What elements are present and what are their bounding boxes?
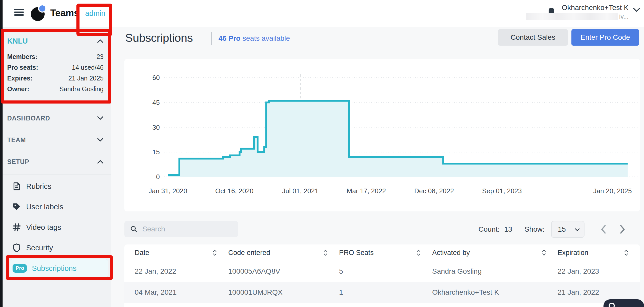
pro-badge: Pro — [13, 263, 27, 273]
hash-icon — [12, 222, 22, 232]
org-info-row: Members:23 — [7, 51, 104, 62]
page-size-value: 15 — [558, 225, 566, 233]
chevron-down-icon — [97, 116, 104, 120]
admin-mode-link[interactable]: admin — [85, 9, 105, 18]
sidebar: KNLU Members:23Pro seats:14 used/46Expir… — [3, 27, 111, 307]
column-header-expiration: Expiration — [558, 249, 640, 257]
table-cell: 5 — [339, 267, 432, 275]
count-value: 13 — [504, 225, 512, 233]
y-axis-tick-label: 30 — [137, 123, 160, 131]
org-row-label: Pro seats: — [7, 64, 38, 71]
sidebar-section-dashboard[interactable]: DASHBOARD — [7, 111, 104, 125]
teams-logo-icon — [30, 5, 47, 22]
y-axis-tick-label: 45 — [137, 98, 160, 106]
sidebar-item-video-tags[interactable]: Video tags — [3, 217, 111, 238]
column-header-pro-seats: PRO Seats — [339, 249, 432, 257]
x-axis-tick-label: Mar 17, 2022 — [346, 187, 386, 195]
sidebar-section-team[interactable]: TEAM — [7, 133, 104, 147]
chevron-up-icon — [97, 39, 104, 43]
sort-icon[interactable] — [212, 249, 217, 257]
y-axis-tick-label: 60 — [137, 74, 160, 82]
help-icon — [609, 303, 615, 307]
sidebar-item-label: User labels — [26, 203, 63, 211]
contact-sales-button[interactable]: Contact Sales — [498, 29, 568, 46]
y-axis-tick-label: 0 — [137, 173, 160, 181]
sidebar-item-label: Video tags — [26, 223, 61, 232]
user-email-truncated: iv... — [619, 13, 629, 20]
previous-page-button[interactable] — [600, 225, 608, 234]
x-axis-tick-label: Jan 20, 2025 — [593, 187, 632, 195]
redacted-user-email — [526, 13, 618, 20]
x-axis-tick-label: Dec 08, 2022 — [414, 187, 454, 195]
page-title: Subscriptions — [125, 31, 193, 45]
teams-admin-screen: Teams admin Okharchenko+Test K iv... KNL… — [0, 0, 644, 307]
seats-available-text: 46 Pro seats available — [219, 34, 290, 43]
sidebar-section-setup[interactable]: SETUP — [7, 155, 104, 168]
show-label: Show: — [524, 225, 544, 233]
table-cell: 1 — [339, 288, 432, 296]
title-divider — [211, 32, 212, 45]
sort-icon[interactable] — [416, 249, 421, 257]
chevron-up-icon — [97, 160, 104, 164]
x-axis-tick-label: Jul 01, 2021 — [282, 187, 319, 195]
seats-step-area-chart — [164, 69, 639, 185]
screen-edge-strip — [0, 0, 3, 307]
seats-available-rest: seats available — [241, 34, 290, 42]
org-info-rows: Members:23Pro seats:14 used/46Expires:21… — [7, 51, 104, 94]
next-page-button[interactable] — [619, 225, 627, 234]
org-header-toggle[interactable]: KNLU — [7, 35, 104, 47]
table-row: 22 Jan, 2022100005A6AQ8V5Sandra Gosling2… — [124, 261, 640, 282]
column-header-code-entered: Code entered — [228, 249, 339, 257]
sort-icon[interactable] — [542, 249, 546, 257]
y-axis-tick-label: 15 — [137, 148, 160, 156]
table-cell: 22 Jan, 2023 — [558, 267, 640, 275]
sidebar-item-label: Subscriptions — [32, 264, 76, 273]
org-info-row: Owner:Sandra Gosling — [7, 84, 104, 94]
section-label: SETUP — [7, 158, 29, 166]
hamburger-menu-icon[interactable] — [14, 9, 24, 17]
x-axis-tick-label: Oct 16, 2020 — [215, 187, 253, 195]
brand-name: Teams — [50, 8, 79, 18]
org-summary-card: KNLU Members:23Pro seats:14 used/46Expir… — [3, 27, 111, 104]
sidebar-item-rubrics[interactable]: Rubrics — [3, 176, 111, 197]
org-row-value: 23 — [96, 53, 104, 60]
table-cell: Sandra Gosling — [432, 267, 558, 275]
table-header-row: DateCode enteredPRO SeatsActivated byExp… — [124, 244, 640, 261]
sidebar-item-label: Security — [26, 244, 53, 252]
x-axis-tick-label: Jan 31, 2020 — [149, 187, 187, 195]
sidebar-item-label: Rubrics — [26, 182, 51, 191]
sidebar-item-security[interactable]: Security — [3, 238, 111, 258]
subscriptions-table: DateCode enteredPRO SeatsActivated byExp… — [124, 244, 640, 307]
user-menu-chevron-down-icon[interactable] — [633, 8, 640, 13]
search-icon — [130, 225, 138, 233]
column-header-label: Expiration — [558, 249, 588, 257]
sort-icon[interactable] — [624, 249, 629, 257]
owner-link[interactable]: Sandra Gosling — [60, 85, 104, 93]
help-chat-widget-button[interactable] — [603, 299, 644, 307]
chevron-down-icon — [97, 138, 104, 142]
sidebar-item-user-labels[interactable]: User labels — [3, 197, 111, 217]
chart-area-fill — [168, 101, 628, 177]
sidebar-item-subscriptions[interactable]: ProSubscriptions — [10, 259, 108, 278]
table-row: 04 Mar, 2021100001UMJRQX1Okharchenko+Tes… — [124, 282, 640, 303]
user-menu[interactable]: Okharchenko+Test K iv... — [521, 3, 629, 20]
main-content: Subscriptions 46 Pro seats available Con… — [111, 27, 644, 307]
chevron-down-icon — [575, 228, 580, 231]
table-cell: 21 Jan, 2022 — [558, 288, 640, 296]
search-input[interactable] — [142, 225, 227, 233]
org-row-value: 14 used/46 — [72, 64, 104, 71]
org-info-row: Pro seats:14 used/46 — [7, 62, 104, 73]
rubrics-icon — [12, 181, 22, 191]
org-row-value: 21 Jan 2025 — [68, 75, 104, 82]
enter-pro-code-button[interactable]: Enter Pro Code — [571, 29, 639, 46]
x-axis-tick-label: Sep 01, 2023 — [482, 187, 522, 195]
list-controls: Count: 13 Show: 15 — [479, 221, 627, 238]
column-header-label: PRO Seats — [339, 249, 374, 257]
table-cell: 100001UMJRQX — [228, 288, 339, 296]
tag-icon — [12, 202, 22, 212]
column-header-label: Code entered — [228, 249, 270, 257]
column-header-label: Activated by — [432, 249, 470, 257]
page-size-select[interactable]: 15 — [551, 221, 584, 238]
sort-icon[interactable] — [323, 249, 328, 257]
section-label: TEAM — [7, 136, 26, 144]
